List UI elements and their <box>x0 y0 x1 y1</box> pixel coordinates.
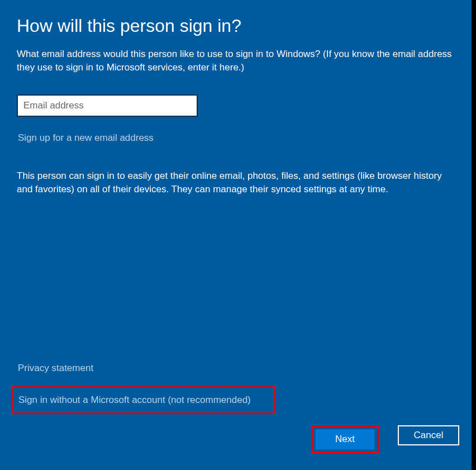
sign-in-without-account-link[interactable]: Sign in without a Microsoft account (not… <box>18 395 268 406</box>
page-title: How will this person sign in? <box>17 16 459 36</box>
highlight-box-next: Next <box>311 425 379 453</box>
signup-new-email-link[interactable]: Sign up for a new email address <box>17 132 459 144</box>
cancel-button[interactable]: Cancel <box>398 425 459 445</box>
next-button[interactable]: Next <box>316 429 374 449</box>
spacer <box>17 197 459 363</box>
button-row: Next Cancel <box>17 425 459 453</box>
privacy-statement-link[interactable]: Privacy statement <box>17 363 459 374</box>
description-text: What email address would this person lik… <box>17 48 459 74</box>
info-text: This person can sign in to easily get th… <box>17 169 459 197</box>
email-input[interactable] <box>17 94 198 117</box>
scrollbar-track[interactable] <box>472 0 476 470</box>
highlight-box-no-account: Sign in without a Microsoft account (not… <box>11 386 275 414</box>
dialog-content: How will this person sign in? What email… <box>0 0 476 470</box>
